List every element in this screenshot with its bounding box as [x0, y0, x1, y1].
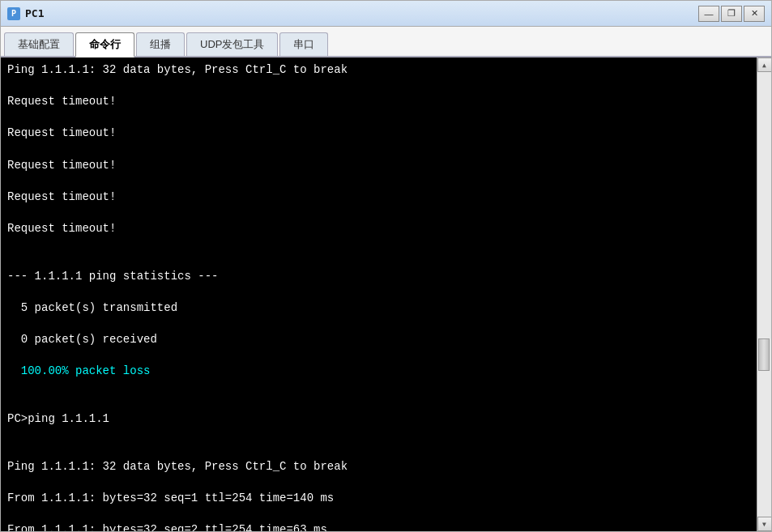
terminal-line: Request timeout!	[7, 126, 750, 142]
terminal-line: Request timeout!	[7, 94, 750, 110]
scrollbar-thumb[interactable]	[758, 338, 770, 371]
title-bar-left: P PC1	[7, 7, 44, 20]
terminal-line: PC>ping 1.1.1.1	[7, 411, 750, 428]
scrollbar[interactable]: ▲ ▼	[757, 57, 771, 531]
tab-command-line[interactable]: 命令行	[75, 32, 134, 57]
content-area: Ping 1.1.1.1: 32 data bytes, Press Ctrl_…	[1, 57, 771, 531]
title-bar: P PC1 — ❐ ✕	[1, 1, 771, 27]
close-button[interactable]: ✕	[744, 6, 765, 22]
main-window: P PC1 — ❐ ✕ 基础配置 命令行 组播 UDP发包工具 串口 Ping …	[0, 0, 772, 532]
terminal-line: Request timeout!	[7, 158, 750, 174]
window-title: PC1	[25, 7, 44, 19]
terminal-line: From 1.1.1.1: bytes=32 seq=2 ttl=254 tim…	[7, 522, 750, 531]
terminal-line: Request timeout!	[7, 221, 750, 237]
window-icon: P	[7, 7, 20, 20]
terminal-line: Ping 1.1.1.1: 32 data bytes, Press Ctrl_…	[7, 62, 750, 79]
terminal-output[interactable]: Ping 1.1.1.1: 32 data bytes, Press Ctrl_…	[1, 57, 757, 531]
scroll-up-button[interactable]: ▲	[757, 57, 772, 72]
tab-basic-config[interactable]: 基础配置	[4, 32, 74, 56]
minimize-button[interactable]: —	[698, 6, 719, 22]
tab-serial[interactable]: 串口	[279, 32, 328, 56]
terminal-line: 0 packet(s) received	[7, 332, 750, 348]
scrollbar-thumb-area	[757, 72, 771, 517]
terminal-line: 5 packet(s) transmitted	[7, 300, 750, 317]
scroll-down-button[interactable]: ▼	[757, 517, 772, 531]
tab-bar: 基础配置 命令行 组播 UDP发包工具 串口	[1, 27, 771, 57]
restore-button[interactable]: ❐	[721, 6, 742, 22]
terminal-line: Ping 1.1.1.1: 32 data bytes, Press Ctrl_…	[7, 459, 750, 475]
terminal-line: 100.00% packet loss	[7, 364, 750, 380]
tab-multicast[interactable]: 组播	[136, 32, 185, 56]
terminal-line: From 1.1.1.1: bytes=32 seq=1 ttl=254 tim…	[7, 491, 750, 507]
terminal-line: --- 1.1.1.1 ping statistics ---	[7, 269, 750, 285]
title-bar-buttons: — ❐ ✕	[698, 6, 765, 22]
terminal-line: Request timeout!	[7, 189, 750, 206]
tab-udp-tool[interactable]: UDP发包工具	[186, 32, 278, 56]
